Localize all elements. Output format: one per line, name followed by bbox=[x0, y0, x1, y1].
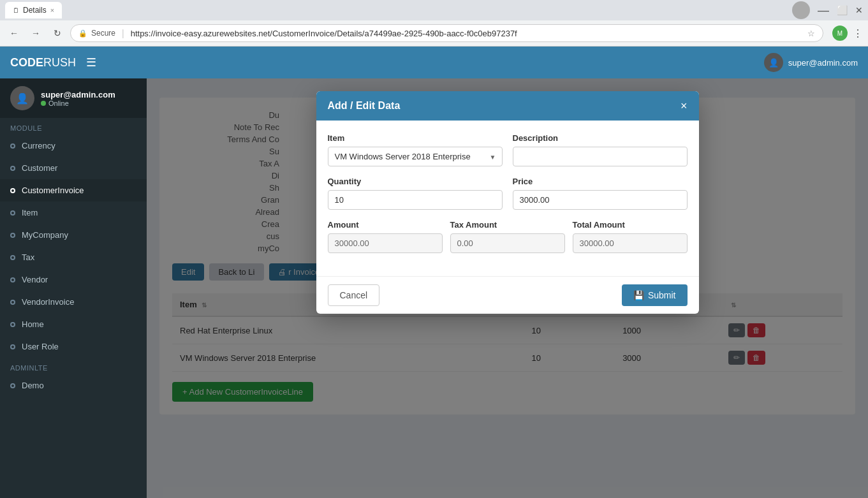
browser-chrome: 🗒 Details × — ⬜ ✕ ← → ↻ 🔒 Secure | https… bbox=[0, 0, 868, 47]
close-btn[interactable]: ✕ bbox=[855, 5, 863, 15]
sidebar-item-home[interactable]: Home bbox=[0, 313, 147, 335]
price-input[interactable] bbox=[513, 190, 688, 210]
user-email: super@admin.com bbox=[788, 58, 858, 68]
item-select-wrapper: VM Windows Server 2018 Enterprise Red Ha… bbox=[328, 147, 503, 166]
module-section-label: MODULE bbox=[0, 118, 147, 135]
tax-amount-field-group: Tax Amount bbox=[450, 220, 565, 253]
logo-rush: RUSH bbox=[43, 56, 76, 69]
sidebar-dot-userrole bbox=[10, 344, 15, 349]
sidebar-dot-home bbox=[10, 322, 15, 327]
bookmark-icon[interactable]: ☆ bbox=[807, 29, 815, 38]
hamburger-icon[interactable]: ☰ bbox=[86, 55, 96, 70]
sidebar-label-home: Home bbox=[22, 319, 44, 329]
sidebar-label-demo: Demo bbox=[22, 381, 44, 390]
modal-body: Item VM Windows Server 2018 Enterprise R… bbox=[316, 121, 699, 276]
sidebar-item-mycompany[interactable]: MyCompany bbox=[0, 224, 147, 246]
sidebar-item-tax[interactable]: Tax bbox=[0, 246, 147, 268]
sidebar-label-customer: Customer bbox=[22, 163, 57, 173]
sidebar-label-mycompany: MyCompany bbox=[22, 230, 68, 240]
modal-footer: Cancel 💾 Submit bbox=[316, 276, 699, 314]
tax-amount-label: Tax Amount bbox=[450, 220, 565, 230]
new-tab-area bbox=[792, 1, 810, 19]
minimize-btn[interactable]: — bbox=[818, 4, 829, 17]
address-bar[interactable]: 🔒 Secure | https://invoice-easy.azureweb… bbox=[70, 24, 823, 42]
sidebar-dot-vendor bbox=[10, 277, 15, 282]
sidebar-dot-demo bbox=[10, 383, 15, 388]
item-field-group: Item VM Windows Server 2018 Enterprise R… bbox=[328, 133, 503, 166]
modal-submit-btn[interactable]: 💾 Submit bbox=[622, 284, 688, 306]
nav-user[interactable]: 👤 super@admin.com bbox=[764, 53, 858, 72]
browser-user-avatar[interactable]: M bbox=[832, 26, 848, 41]
sidebar-item-customer[interactable]: Customer bbox=[0, 157, 147, 179]
quantity-input[interactable] bbox=[328, 190, 503, 210]
main-content: Du Note To Rec Terms And Co Su Tax A bbox=[147, 78, 868, 498]
sidebar-label-userrole: User Role bbox=[22, 342, 59, 351]
amount-label: Amount bbox=[328, 220, 443, 230]
content-area: 👤 super@admin.com Online MODULE Currency… bbox=[0, 78, 868, 498]
user-panel: 👤 super@admin.com Online bbox=[0, 78, 147, 118]
browser-tab[interactable]: 🗒 Details × bbox=[5, 2, 62, 18]
tab-close-btn[interactable]: × bbox=[50, 6, 54, 14]
sidebar-label-item: Item bbox=[22, 208, 38, 217]
browser-nav: ← → ↻ 🔒 Secure | https://invoice-easy.az… bbox=[0, 20, 868, 46]
app-logo: CODERUSH bbox=[10, 56, 76, 70]
description-input[interactable] bbox=[513, 147, 688, 166]
browser-nav-right: M ⋮ bbox=[832, 26, 863, 41]
modal-overlay: Add / Edit Data × Item VM Windows Server… bbox=[147, 78, 868, 498]
sidebar-dot-tax bbox=[10, 255, 15, 260]
back-btn[interactable]: ← bbox=[5, 24, 23, 42]
modal-title: Add / Edit Data bbox=[328, 100, 401, 112]
total-amount-label: Total Amount bbox=[573, 220, 688, 230]
sidebar-label-tax: Tax bbox=[22, 253, 34, 262]
total-amount-input bbox=[573, 233, 688, 253]
submit-icon: 💾 bbox=[633, 290, 644, 300]
amount-field-group: Amount bbox=[328, 220, 443, 253]
status-dot bbox=[41, 101, 46, 106]
sidebar-dot-vendorinvoice bbox=[10, 300, 15, 305]
modal-row-2: Quantity Price bbox=[328, 177, 688, 220]
url-text[interactable]: https://invoice-easy.azurewebsites.net/C… bbox=[131, 29, 804, 38]
maximize-btn[interactable]: ⬜ bbox=[837, 5, 848, 15]
modal-row-3: Amount Tax Amount Total Amount bbox=[328, 220, 688, 263]
lock-icon: 🔒 bbox=[78, 29, 87, 38]
tax-amount-input bbox=[450, 233, 565, 253]
logo-code: CODE bbox=[10, 56, 43, 69]
price-label: Price bbox=[513, 177, 688, 186]
sidebar-item-userrole[interactable]: User Role bbox=[0, 335, 147, 358]
sidebar-item-customerinvoice[interactable]: CustomerInvoice bbox=[0, 179, 147, 201]
sidebar-label-vendorinvoice: VendorInvoice bbox=[22, 297, 74, 307]
navbar-right: 👤 super@admin.com bbox=[764, 53, 858, 72]
sidebar-item-vendorinvoice[interactable]: VendorInvoice bbox=[0, 291, 147, 313]
modal-cancel-btn[interactable]: Cancel bbox=[328, 284, 380, 306]
status-text: Online bbox=[48, 99, 69, 107]
modal-row-1: Item VM Windows Server 2018 Enterprise R… bbox=[328, 133, 688, 177]
item-select[interactable]: VM Windows Server 2018 Enterprise Red Ha… bbox=[328, 147, 503, 166]
submit-label: Submit bbox=[648, 290, 676, 300]
tab-title: Details bbox=[23, 6, 47, 15]
amount-input bbox=[328, 233, 443, 253]
sidebar-label-currency: Currency bbox=[22, 141, 55, 150]
reload-btn[interactable]: ↻ bbox=[48, 24, 66, 42]
sidebar-dot-item bbox=[10, 210, 15, 216]
modal-header: Add / Edit Data × bbox=[316, 91, 699, 121]
sidebar-item-vendor[interactable]: Vendor bbox=[0, 268, 147, 291]
sidebar-dot-customer bbox=[10, 166, 15, 171]
modal-dialog: Add / Edit Data × Item VM Windows Server… bbox=[316, 91, 699, 314]
secure-label: Secure bbox=[91, 29, 115, 38]
sidebar-item-demo[interactable]: Demo bbox=[0, 374, 147, 397]
sidebar-dot-currency bbox=[10, 143, 15, 149]
sidebar-label-customerinvoice: CustomerInvoice bbox=[22, 186, 84, 195]
modal-close-btn[interactable]: × bbox=[680, 100, 688, 112]
quantity-field-group: Quantity bbox=[328, 177, 503, 210]
sidebar-dot-mycompany bbox=[10, 233, 15, 238]
sidebar-dot-customerinvoice bbox=[10, 188, 15, 193]
sidebar-item-currency[interactable]: Currency bbox=[0, 135, 147, 157]
sidebar-item-item[interactable]: Item bbox=[0, 201, 147, 224]
user-info: super@admin.com Online bbox=[41, 90, 115, 107]
browser-menu-icon[interactable]: ⋮ bbox=[853, 27, 863, 40]
quantity-label: Quantity bbox=[328, 177, 503, 186]
total-amount-field-group: Total Amount bbox=[573, 220, 688, 253]
forward-btn[interactable]: → bbox=[27, 24, 45, 42]
price-field-group: Price bbox=[513, 177, 688, 210]
user-avatar: 👤 bbox=[764, 53, 783, 72]
